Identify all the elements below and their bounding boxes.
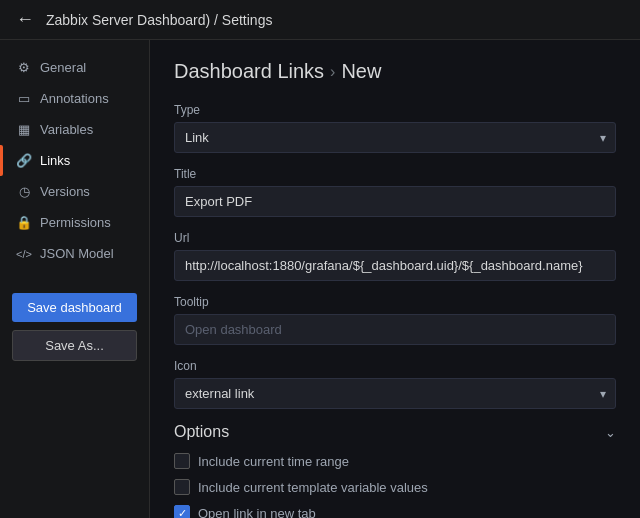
layout: ⚙ General ▭ Annotations ▦ Variables 🔗 Li… <box>0 40 640 518</box>
sidebar-item-label: Variables <box>40 122 93 137</box>
save-dashboard-button[interactable]: Save dashboard <box>12 293 137 322</box>
back-button[interactable]: ← <box>16 9 34 30</box>
sidebar-item-permissions[interactable]: 🔒 Permissions <box>0 207 149 238</box>
annotations-icon: ▭ <box>16 91 32 106</box>
type-select-wrap: Link Dropdowns ▾ <box>174 122 616 153</box>
json-icon: </> <box>16 248 32 260</box>
versions-icon: ◷ <box>16 184 32 199</box>
title-input[interactable] <box>174 186 616 217</box>
links-icon: 🔗 <box>16 153 32 168</box>
tooltip-field-group: Tooltip <box>174 295 616 345</box>
sidebar-item-label: General <box>40 60 86 75</box>
general-icon: ⚙ <box>16 60 32 75</box>
options-chevron-icon: ⌄ <box>605 425 616 440</box>
sidebar-item-variables[interactable]: ▦ Variables <box>0 114 149 145</box>
sidebar-item-annotations[interactable]: ▭ Annotations <box>0 83 149 114</box>
icon-select[interactable]: external link bolt cloud dashboard info <box>174 378 616 409</box>
sidebar-item-label: Permissions <box>40 215 111 230</box>
breadcrumb-separator: › <box>330 63 335 81</box>
save-as-button[interactable]: Save As... <box>12 330 137 361</box>
checkbox-new-tab-label: Open link in new tab <box>198 506 316 519</box>
title-label: Title <box>174 167 616 181</box>
tooltip-label: Tooltip <box>174 295 616 309</box>
page-header: Dashboard Links › New <box>174 60 616 83</box>
breadcrumb-sub: New <box>341 60 381 83</box>
checkbox-time-range: Include current time range <box>174 453 616 469</box>
sidebar-buttons: Save dashboard Save As... <box>0 293 149 361</box>
type-select[interactable]: Link Dropdowns <box>174 122 616 153</box>
checkbox-new-tab-box[interactable] <box>174 505 190 518</box>
url-input[interactable] <box>174 250 616 281</box>
icon-select-wrap: external link bolt cloud dashboard info … <box>174 378 616 409</box>
permissions-icon: 🔒 <box>16 215 32 230</box>
breadcrumb-title: Dashboard Links <box>174 60 324 83</box>
variables-icon: ▦ <box>16 122 32 137</box>
checkbox-template-vars-label: Include current template variable values <box>198 480 428 495</box>
main-content: Dashboard Links › New Type Link Dropdown… <box>150 40 640 518</box>
title-field-group: Title <box>174 167 616 217</box>
sidebar-item-general[interactable]: ⚙ General <box>0 52 149 83</box>
icon-label: Icon <box>174 359 616 373</box>
topbar: ← Zabbix Server Dashboard) / Settings <box>0 0 640 40</box>
checkbox-new-tab: Open link in new tab <box>174 505 616 518</box>
url-field-group: Url <box>174 231 616 281</box>
checkbox-template-vars-box[interactable] <box>174 479 190 495</box>
sidebar-item-links[interactable]: 🔗 Links <box>0 145 149 176</box>
checkbox-time-range-box[interactable] <box>174 453 190 469</box>
sidebar-item-label: Versions <box>40 184 90 199</box>
type-label: Type <box>174 103 616 117</box>
sidebar: ⚙ General ▭ Annotations ▦ Variables 🔗 Li… <box>0 40 150 518</box>
tooltip-input[interactable] <box>174 314 616 345</box>
options-section-header[interactable]: Options ⌄ <box>174 423 616 441</box>
sidebar-item-json-model[interactable]: </> JSON Model <box>0 238 149 269</box>
topbar-title: Zabbix Server Dashboard) / Settings <box>46 12 272 28</box>
sidebar-item-versions[interactable]: ◷ Versions <box>0 176 149 207</box>
url-label: Url <box>174 231 616 245</box>
sidebar-item-label: JSON Model <box>40 246 114 261</box>
type-field-group: Type Link Dropdowns ▾ <box>174 103 616 153</box>
checkbox-time-range-label: Include current time range <box>198 454 349 469</box>
checkbox-template-vars: Include current template variable values <box>174 479 616 495</box>
icon-field-group: Icon external link bolt cloud dashboard … <box>174 359 616 409</box>
options-title: Options <box>174 423 229 441</box>
sidebar-item-label: Annotations <box>40 91 109 106</box>
sidebar-item-label: Links <box>40 153 70 168</box>
